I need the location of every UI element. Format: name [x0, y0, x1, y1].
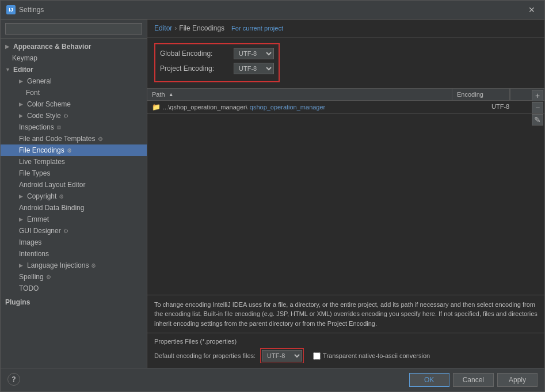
sidebar-item-editor[interactable]: ▼ Editor: [1, 64, 147, 75]
breadcrumb-project-link[interactable]: For current project: [231, 25, 283, 32]
table-row[interactable]: 📁 ...\qshop_operation_manager\qshop_oper…: [147, 101, 544, 114]
sort-arrow-icon: ▲: [169, 92, 174, 97]
project-encoding-row: Project Encoding: UTF-8: [160, 63, 274, 74]
sidebar-item-android-layout-editor[interactable]: Android Layout Editor: [1, 179, 147, 191]
settings-icon: ⚙: [56, 124, 62, 131]
breadcrumb-separator: ›: [174, 24, 177, 32]
ok-button[interactable]: OK: [409, 373, 449, 387]
sidebar-item-images[interactable]: Images: [1, 237, 147, 248]
close-button[interactable]: ✕: [525, 4, 539, 16]
global-encoding-row: Global Encoding: UTF-8: [160, 48, 274, 59]
properties-encoding-select[interactable]: UTF-8: [262, 350, 302, 361]
expand-arrow: ▶: [19, 78, 25, 84]
global-encoding-select[interactable]: UTF-8: [234, 48, 274, 59]
sidebar-item-label: Font: [26, 89, 40, 97]
transparent-label: Transparent native-to-ascii conversion: [323, 352, 430, 359]
sidebar-item-gui-designer[interactable]: GUI Designer ⚙: [1, 225, 147, 237]
sidebar-item-label: GUI Designer: [19, 227, 61, 235]
title-bar-title: Settings: [19, 6, 44, 14]
help-button[interactable]: ?: [7, 373, 20, 386]
main-content: Editor › File Encodings For current proj…: [147, 20, 544, 368]
dialog-body: ▶ Appearance & Behavior Keymap ▼ Editor …: [1, 20, 544, 368]
sidebar-item-label: File and Code Templates: [19, 135, 96, 143]
project-encoding-select[interactable]: UTF-8: [234, 63, 274, 74]
breadcrumb-parent[interactable]: Editor: [154, 24, 172, 32]
dialog-footer: ? OK Cancel Apply: [1, 368, 544, 391]
transparent-checkbox[interactable]: [313, 352, 321, 360]
properties-select-box: UTF-8: [260, 348, 304, 363]
search-box: [1, 20, 147, 39]
sidebar-item-label: File Encodings: [19, 146, 64, 154]
remove-row-button[interactable]: −: [532, 102, 543, 113]
sidebar-item-label: Editor: [13, 66, 33, 74]
sidebar-item-label: Color Scheme: [27, 100, 71, 108]
expand-arrow: ▶: [19, 216, 25, 222]
sidebar-item-copyright[interactable]: ▶ Copyright ⚙: [1, 191, 147, 202]
settings-dialog: IJ Settings ✕ ▶ Appearance & Behavior Ke…: [0, 0, 545, 392]
file-table: Path ▲ Encoding 📁 ...\qshop_operatio: [147, 89, 544, 295]
breadcrumb-current: File Encodings: [179, 24, 224, 32]
sidebar-item-inspections[interactable]: Inspections ⚙: [1, 121, 147, 133]
sidebar-item-label: Plugins: [5, 298, 30, 306]
folder-icon: 📁: [152, 103, 161, 111]
sidebar-item-label: Emmet: [27, 215, 49, 223]
add-row-button[interactable]: +: [532, 90, 543, 101]
sidebar-item-label: Intentions: [19, 250, 49, 258]
sidebar-item-appearance-behavior[interactable]: ▶ Appearance & Behavior: [1, 41, 147, 52]
sidebar-item-label: Android Data Binding: [19, 204, 84, 212]
path-column-header[interactable]: Path ▲: [147, 89, 452, 100]
sidebar-item-android-data-binding[interactable]: Android Data Binding: [1, 202, 147, 214]
sidebar: ▶ Appearance & Behavior Keymap ▼ Editor …: [1, 20, 147, 368]
sidebar-item-live-templates[interactable]: Live Templates: [1, 156, 147, 168]
sidebar-item-todo[interactable]: TODO: [1, 283, 147, 294]
settings-icon: ⚙: [63, 228, 68, 234]
settings-icon: ⚙: [63, 113, 68, 119]
app-icon: IJ: [6, 5, 16, 14]
cancel-button[interactable]: Cancel: [453, 373, 494, 387]
expand-arrow: ▶: [19, 193, 25, 199]
sidebar-item-font[interactable]: Font: [1, 87, 147, 98]
settings-icon: ⚙: [59, 193, 64, 200]
sidebar-item-language-injections[interactable]: ▶ Language Injections ⚙: [1, 260, 147, 271]
table-header: Path ▲ Encoding: [147, 89, 544, 101]
title-bar-left: IJ Settings: [6, 5, 44, 14]
project-encoding-label: Project Encoding:: [160, 64, 229, 73]
sidebar-item-label: Live Templates: [19, 158, 65, 166]
sidebar-item-label: Code Style: [27, 112, 61, 120]
sidebar-item-label: Inspections: [19, 123, 54, 131]
sidebar-item-label: TODO: [19, 284, 39, 292]
expand-arrow: ▶: [19, 113, 25, 119]
breadcrumb: Editor › File Encodings For current proj…: [147, 20, 544, 37]
expand-arrow: ▶: [19, 262, 25, 268]
sidebar-item-keymap[interactable]: Keymap: [1, 52, 147, 64]
encoding-header-label: Encoding: [457, 91, 483, 98]
path-prefix: ...\qshop_operation_manager\: [163, 104, 247, 111]
sidebar-item-emmet[interactable]: ▶ Emmet: [1, 214, 147, 225]
sidebar-item-label: Language Injections: [27, 261, 89, 269]
sidebar-item-intentions[interactable]: Intentions: [1, 248, 147, 260]
settings-icon: ⚙: [98, 136, 103, 142]
sidebar-item-spelling[interactable]: Spelling ⚙: [1, 271, 147, 283]
sidebar-item-plugins[interactable]: Plugins: [1, 296, 147, 308]
properties-field-label: Default encoding for properties files:: [154, 352, 256, 359]
sidebar-item-file-encodings[interactable]: File Encodings ⚙: [1, 144, 147, 156]
path-header-label: Path: [152, 91, 165, 98]
global-encoding-label: Global Encoding:: [160, 50, 229, 58]
description-box: To change encoding IntelliJ IDEA uses fo…: [147, 295, 544, 333]
sidebar-item-file-and-code-templates[interactable]: File and Code Templates ⚙: [1, 133, 147, 144]
sidebar-item-label: File Types: [19, 169, 50, 177]
sidebar-item-label: General: [27, 77, 52, 85]
sidebar-item-general[interactable]: ▶ General: [1, 75, 147, 87]
edit-row-button[interactable]: ✎: [532, 114, 543, 125]
encoding-column-header[interactable]: Encoding: [452, 89, 510, 100]
expand-arrow: ▼: [5, 67, 11, 73]
sidebar-item-file-types[interactable]: File Types: [1, 168, 147, 179]
apply-button[interactable]: Apply: [497, 373, 538, 387]
transparent-checkbox-row: Transparent native-to-ascii conversion: [313, 352, 430, 360]
sidebar-item-code-style[interactable]: ▶ Code Style ⚙: [1, 110, 147, 121]
sidebar-item-color-scheme[interactable]: ▶ Color Scheme: [1, 98, 147, 110]
search-input[interactable]: [5, 23, 142, 35]
sidebar-item-label: Keymap: [12, 54, 37, 62]
settings-icon: ⚙: [91, 262, 96, 269]
sidebar-item-label: Android Layout Editor: [19, 181, 85, 189]
